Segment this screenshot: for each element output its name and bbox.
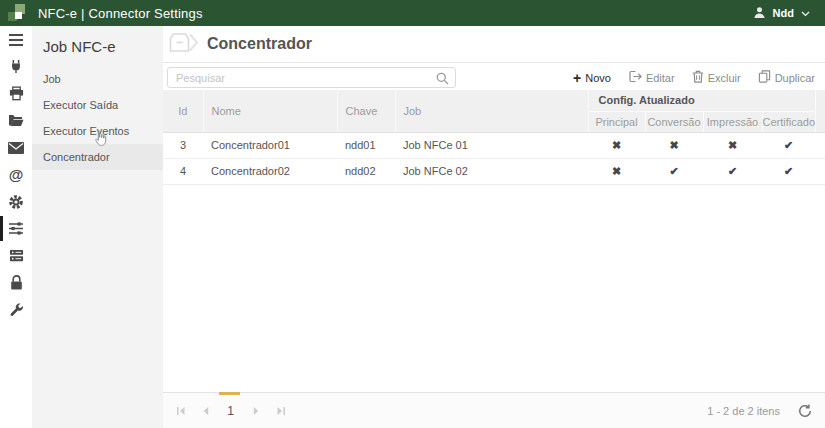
table-row[interactable]: 4 Concentrador02 ndd02 Job NFCe 02 ✖ ✔ ✔…: [163, 158, 825, 184]
search-icon[interactable]: [436, 71, 449, 89]
icon-sidebar: @: [0, 26, 32, 428]
app-logo-icon: [7, 3, 28, 24]
sliders-icon[interactable]: [0, 215, 32, 242]
column-header-principal[interactable]: Principal: [588, 111, 645, 132]
user-icon: [753, 6, 766, 21]
refresh-icon[interactable]: [798, 404, 812, 418]
concentrator-table: Id Nome Chave Job Config. Atualizado Pri…: [163, 90, 825, 185]
pager-right: 1 - 2 de 2 itens: [707, 404, 825, 418]
sidebar-item-executor-saida[interactable]: Executor Saída: [32, 92, 163, 118]
mail-icon[interactable]: [0, 134, 32, 161]
topbar: NFC-e | Connector Settings Ndd: [0, 0, 825, 26]
cell-id: 4: [163, 158, 203, 184]
column-header-certificado[interactable]: Certificado: [762, 111, 815, 132]
conversao-mark: ✖: [645, 132, 703, 158]
trash-icon: [692, 70, 704, 85]
cell-job: Job NFCe 02: [395, 158, 588, 184]
content-header: Concentrador: [163, 26, 825, 63]
pager-info: 1 - 2 de 2 itens: [707, 405, 780, 417]
table-row[interactable]: 3 Concentrador01 ndd01 Job NFCe 01 ✖ ✖ ✖…: [163, 132, 825, 158]
pager: 1 1 - 2 de 2 itens: [163, 392, 825, 428]
user-menu[interactable]: Ndd: [753, 6, 825, 21]
page-number[interactable]: 1: [218, 404, 243, 418]
edit-icon: [628, 70, 642, 85]
user-name: Ndd: [773, 7, 794, 19]
cell-chave: ndd01: [337, 132, 395, 158]
main-content: Concentrador + Novo Editar Excluir: [163, 26, 825, 428]
certificado-mark: ✔: [762, 158, 815, 184]
column-group-config-atualizado: Config. Atualizado: [588, 90, 815, 111]
column-header-nome[interactable]: Nome: [203, 90, 337, 132]
folder-open-icon[interactable]: [0, 107, 32, 134]
wrench-icon[interactable]: [0, 296, 32, 323]
module-sidebar: Job NFC-e Job Executor Saída Executor Ev…: [32, 26, 163, 428]
at-sign-icon[interactable]: @: [0, 161, 32, 188]
action-buttons: + Novo Editar Excluir Duplicar: [573, 70, 815, 85]
cell-id: 3: [163, 132, 203, 158]
principal-mark: ✖: [588, 132, 645, 158]
principal-mark: ✖: [588, 158, 645, 184]
sidebar-item-concentrador[interactable]: Concentrador: [32, 144, 163, 170]
column-header-job[interactable]: Job: [395, 90, 588, 132]
cell-filler: [815, 132, 825, 158]
printer-icon[interactable]: [0, 80, 32, 107]
column-header-impressao[interactable]: Impressão: [703, 111, 762, 132]
editar-button[interactable]: Editar: [628, 70, 675, 85]
cell-job: Job NFCe 01: [395, 132, 588, 158]
active-page-indicator: [219, 392, 240, 395]
sidebar-item-job[interactable]: Job: [32, 66, 163, 92]
duplicar-button[interactable]: Duplicar: [758, 70, 815, 85]
previous-page-button[interactable]: [193, 401, 218, 421]
impressao-mark: ✔: [703, 158, 762, 184]
search-box: [167, 67, 456, 88]
app-title: NFC-e | Connector Settings: [38, 6, 203, 21]
column-header-chave[interactable]: Chave: [337, 90, 395, 132]
sidebar-title: Job NFC-e: [32, 26, 163, 66]
plug-icon[interactable]: [0, 53, 32, 80]
cell-chave: ndd02: [337, 158, 395, 184]
first-page-button[interactable]: [168, 401, 193, 421]
page-title: Concentrador: [207, 35, 312, 53]
gear-icon[interactable]: [0, 188, 32, 215]
cell-nome: Concentrador01: [203, 132, 337, 158]
impressao-mark: ✖: [703, 132, 762, 158]
cell-nome: Concentrador02: [203, 158, 337, 184]
next-page-button[interactable]: [243, 401, 268, 421]
column-header-id[interactable]: Id: [163, 90, 203, 132]
lock-icon[interactable]: [0, 269, 32, 296]
box-icon: [168, 30, 199, 59]
copy-icon: [758, 70, 771, 85]
search-input[interactable]: [167, 67, 456, 88]
pager-nav: 1: [163, 401, 293, 421]
conversao-mark: ✔: [645, 158, 703, 184]
menu-icon[interactable]: [0, 26, 32, 53]
plus-icon: +: [573, 73, 581, 83]
header-group-row: Id Nome Chave Job Config. Atualizado: [163, 90, 825, 111]
sidebar-item-executor-eventos[interactable]: Executor Eventos: [32, 118, 163, 144]
toolbar: + Novo Editar Excluir Duplicar: [163, 63, 825, 90]
last-page-button[interactable]: [268, 401, 293, 421]
column-header-conversao[interactable]: Conversão: [645, 111, 703, 132]
novo-button[interactable]: + Novo: [573, 72, 611, 84]
header-filler: [815, 90, 825, 132]
chevron-down-icon: [801, 7, 810, 19]
server-icon[interactable]: [0, 242, 32, 269]
excluir-button[interactable]: Excluir: [692, 70, 741, 85]
cell-filler: [815, 158, 825, 184]
certificado-mark: ✔: [762, 132, 815, 158]
